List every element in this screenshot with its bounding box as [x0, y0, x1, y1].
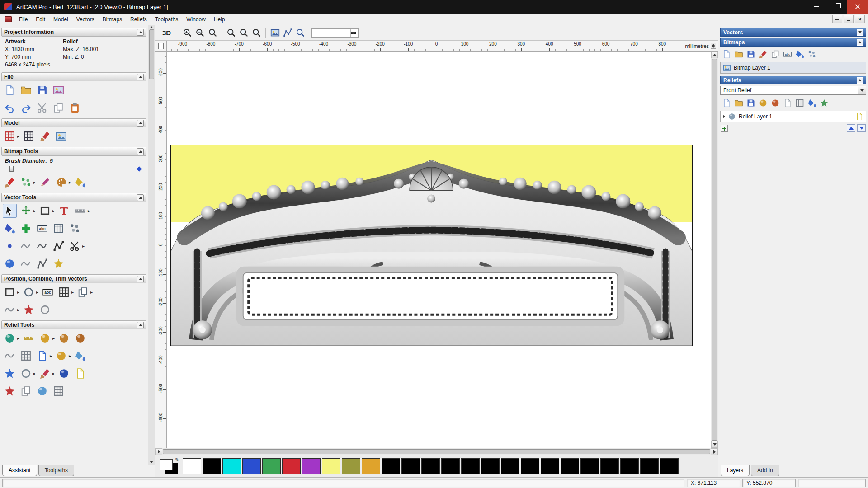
create-revolve-icon[interactable]	[3, 257, 17, 271]
palette-swatch-22[interactable]	[620, 458, 639, 474]
vectors-collapse-button[interactable]	[857, 29, 863, 36]
new-bitmap-icon[interactable]	[721, 48, 732, 60]
colour-palette-icon[interactable]	[54, 175, 68, 189]
create-point-icon[interactable]	[3, 239, 17, 253]
calculate-relief-icon[interactable]	[769, 97, 781, 108]
open-relief-icon[interactable]	[733, 97, 744, 108]
relief-layer-expand-icon[interactable]	[723, 115, 725, 118]
ruler-unit-spinner[interactable]	[711, 43, 716, 49]
h-scrollbar-thumb[interactable]	[163, 449, 710, 454]
palette-swatch-16[interactable]	[501, 458, 519, 474]
transform-relief-icon[interactable]	[818, 97, 830, 108]
mdi-minimize-button[interactable]	[832, 15, 842, 23]
paste-along-curve-icon[interactable]	[22, 303, 36, 317]
palette-swatch-0[interactable]	[183, 458, 201, 474]
menu-item-edit[interactable]: Edit	[32, 14, 49, 25]
group-vectors-icon-flyout[interactable]: ▸	[90, 290, 93, 295]
palette-swatch-20[interactable]	[580, 458, 599, 474]
paste-icon[interactable]	[68, 101, 82, 115]
file-section-header[interactable]: File	[1, 72, 146, 81]
load-reference-image-icon[interactable]	[54, 129, 68, 143]
adjust-model-icon[interactable]	[22, 129, 36, 143]
relief-tools-section-header[interactable]: Relief Tools	[1, 320, 146, 329]
palette-swatch-13[interactable]	[441, 458, 460, 474]
file-section-collapse-button[interactable]	[137, 74, 144, 80]
paste-relief-icon[interactable]	[38, 366, 52, 380]
nesting-icon[interactable]	[41, 285, 55, 299]
relief-from-image-icon[interactable]	[35, 349, 49, 363]
scale-relief-icon[interactable]	[35, 384, 49, 398]
palette-swatch-23[interactable]	[640, 458, 659, 474]
menu-item-bitmaps[interactable]: Bitmaps	[99, 14, 126, 25]
create-rectangle-icon[interactable]	[38, 204, 52, 218]
brush-diameter-slider[interactable]	[7, 165, 141, 173]
wrap-relief-icon-flyout[interactable]: ▸	[33, 371, 36, 376]
window-close-button[interactable]	[847, 0, 868, 14]
fit-arcs-icon[interactable]	[3, 303, 17, 317]
cut-icon[interactable]	[35, 101, 49, 115]
palette-swatch-15[interactable]	[481, 458, 500, 474]
pane-split-button[interactable]	[155, 448, 162, 455]
undo-icon[interactable]	[3, 101, 17, 115]
new-model-icon[interactable]	[3, 83, 17, 97]
tab-layers[interactable]: Layers	[721, 465, 750, 476]
contrast-bitmap-icon[interactable]	[782, 48, 793, 60]
merge-relief-icon[interactable]	[19, 384, 33, 398]
block-copy-icon[interactable]	[57, 285, 71, 299]
transform-vectors-icon-flyout[interactable]: ▸	[33, 209, 36, 213]
horizontal-scrollbar[interactable]	[155, 448, 718, 455]
mirror-relief-icon[interactable]	[52, 384, 66, 398]
group-vectors-icon[interactable]	[76, 285, 90, 299]
create-cross-icon[interactable]	[19, 221, 33, 235]
add-rub-icon[interactable]	[57, 331, 71, 345]
paint-selective-icon[interactable]	[19, 175, 33, 189]
convert-text-icon[interactable]	[35, 221, 49, 235]
relief-clipart-icon[interactable]	[3, 384, 17, 398]
align-vectors-icon-flyout[interactable]: ▸	[17, 290, 19, 295]
mdi-close-button[interactable]: ✕	[855, 15, 865, 23]
relief-set-combobox[interactable]: Front Relief	[720, 86, 866, 95]
bitmaps-collapse-button[interactable]	[857, 39, 863, 46]
save-relief-icon[interactable]	[745, 97, 756, 108]
palette-swatch-11[interactable]	[401, 458, 420, 474]
current-colour-selector[interactable]: ✎	[159, 457, 179, 475]
redo-icon[interactable]	[19, 101, 33, 115]
measure-icon-flyout[interactable]: ▸	[88, 209, 90, 213]
project-information-header[interactable]: Project Information	[1, 28, 146, 37]
paint-selective-icon-flyout[interactable]: ▸	[33, 180, 36, 185]
slider-handle[interactable]	[9, 166, 14, 172]
sculpt-icon[interactable]	[38, 331, 52, 345]
menu-item-model[interactable]: Model	[49, 14, 72, 25]
window-maximize-button[interactable]	[826, 0, 847, 14]
preview-relief-icon[interactable]	[294, 27, 306, 39]
bitmap-layer-row[interactable]: Bitmap Layer 1	[721, 62, 866, 73]
zoom-fit-icon[interactable]	[238, 27, 250, 39]
transform-vectors-icon[interactable]	[19, 204, 33, 218]
block-copy-icon-flyout[interactable]: ▸	[71, 290, 74, 295]
measure-icon[interactable]	[73, 204, 87, 218]
relief-light-icon[interactable]	[757, 97, 769, 108]
colour-palette-icon-flyout[interactable]: ▸	[69, 180, 71, 185]
v-scrollbar-thumb[interactable]	[712, 59, 717, 441]
reliefs-section-header[interactable]: Reliefs	[720, 76, 866, 84]
primary-colour-swatch[interactable]	[160, 459, 173, 470]
move-layer-up-button[interactable]	[847, 124, 855, 132]
palette-swatch-21[interactable]	[600, 458, 619, 474]
offset-relief-icon[interactable]	[54, 349, 68, 363]
palette-swatch-18[interactable]	[541, 458, 559, 474]
palette-swatch-2[interactable]	[222, 458, 241, 474]
bitmaps-section-header[interactable]: Bitmaps	[720, 38, 866, 47]
tab-add-in[interactable]: Add In	[751, 465, 779, 476]
palette-swatch-1[interactable]	[203, 458, 221, 474]
create-spiral-icon[interactable]	[38, 303, 52, 317]
palette-swatch-17[interactable]	[521, 458, 539, 474]
offset-relief-icon-flyout[interactable]: ▸	[69, 354, 71, 358]
zoom-out-icon[interactable]	[194, 27, 206, 39]
project-information-collapse-button[interactable]	[137, 29, 144, 36]
new-relief-icon[interactable]	[721, 97, 732, 108]
offset-vectors-icon[interactable]	[3, 221, 17, 235]
scroll-up-button[interactable]	[711, 52, 718, 58]
dynamic-sculpt-icon[interactable]	[73, 331, 87, 345]
zoom-objects-icon[interactable]	[250, 27, 262, 39]
palette-swatch-12[interactable]	[421, 458, 440, 474]
